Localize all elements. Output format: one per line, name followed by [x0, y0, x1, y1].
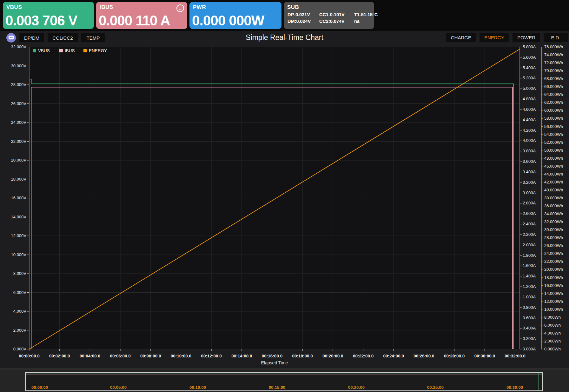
svg-text:5.600A: 5.600A	[523, 55, 536, 60]
sub-label: SUB	[287, 4, 299, 10]
ibus-value: 0.000 110 A	[99, 13, 170, 29]
svg-text:70.000Wh: 70.000Wh	[544, 68, 563, 73]
svg-text:30.000V: 30.000V	[11, 63, 27, 68]
svg-text:24.000V: 24.000V	[11, 120, 27, 125]
back-arrow-icon[interactable]: ←	[176, 4, 184, 12]
svg-text:20.000Wh: 20.000Wh	[544, 267, 563, 272]
svg-text:00:28:00.0: 00:28:00.0	[444, 354, 465, 358]
svg-text:0.000A: 0.000A	[523, 347, 536, 351]
svg-text:18.000V: 18.000V	[11, 177, 27, 182]
svg-text:32.000Wh: 32.000Wh	[544, 219, 563, 224]
tab-temp[interactable]: TEMP	[81, 33, 105, 42]
svg-text:8.000Wh: 8.000Wh	[544, 315, 561, 320]
minimap-ibus-trace	[26, 375, 542, 375]
ibus-label: IBUS	[100, 4, 113, 10]
svg-text:60.000Wh: 60.000Wh	[544, 108, 563, 113]
ibus-panel: IBUS ← 0.000 110 A	[96, 2, 187, 29]
svg-text:3.000A: 3.000A	[523, 190, 536, 195]
svg-text:64.000Wh: 64.000Wh	[544, 92, 563, 97]
tab-ed[interactable]: E.D.	[544, 33, 568, 42]
svg-text:4.000A: 4.000A	[523, 138, 536, 143]
svg-text:40.000Wh: 40.000Wh	[544, 188, 563, 192]
sub-dp: DP:0.021V	[288, 12, 319, 17]
svg-text:0.200A: 0.200A	[523, 336, 536, 341]
tab-energy[interactable]: ENERGY	[480, 33, 509, 42]
svg-text:1.200A: 1.200A	[523, 284, 536, 289]
svg-text:2.000V: 2.000V	[13, 328, 27, 333]
tab-cc1cc2[interactable]: CC1/CC2	[48, 33, 77, 42]
svg-text:18.000Wh: 18.000Wh	[544, 275, 563, 280]
svg-text:30.000Wh: 30.000Wh	[544, 227, 563, 232]
svg-text:VBUS: VBUS	[38, 48, 50, 53]
svg-text:1.600A: 1.600A	[523, 263, 536, 268]
pwr-label: PWR	[193, 4, 206, 10]
pwr-value: 0.000 000W	[192, 13, 264, 29]
tab-dpdm[interactable]: DP/DM	[19, 33, 44, 42]
svg-text:2.200A: 2.200A	[523, 232, 536, 237]
svg-text:56.000Wh: 56.000Wh	[544, 124, 563, 129]
svg-text:00:18:00.0: 00:18:00.0	[292, 354, 313, 358]
svg-text:3.200A: 3.200A	[523, 180, 536, 185]
sub-cc2: CC2:0.074V	[319, 19, 354, 24]
tab-power[interactable]: POWER	[513, 33, 540, 42]
minimap-time-label: 00:30:00	[506, 385, 523, 390]
svg-text:22.000V: 22.000V	[11, 139, 27, 144]
chart-canvas[interactable]: 32.000V30.000V28.000V26.000V24.000V22.00…	[0, 44, 569, 368]
svg-text:ENERGY: ENERGY	[89, 48, 107, 53]
sub-panel: SUB DP:0.021V CC1:0.101V T1:51.15°C DM:0…	[284, 2, 374, 29]
svg-text:76.000Wh: 76.000Wh	[544, 44, 563, 49]
minimap-time-label: 00:10:00	[189, 385, 206, 390]
svg-text:74.000Wh: 74.000Wh	[544, 52, 563, 57]
svg-text:36.000Wh: 36.000Wh	[544, 203, 563, 208]
svg-text:1.800A: 1.800A	[523, 253, 536, 258]
svg-text:5.200A: 5.200A	[523, 76, 536, 80]
svg-text:00:02:00.0: 00:02:00.0	[49, 354, 70, 358]
svg-text:1.000A: 1.000A	[523, 295, 536, 299]
svg-text:3.600A: 3.600A	[523, 159, 536, 164]
svg-text:00:26:00.0: 00:26:00.0	[414, 354, 434, 358]
svg-text:12.000V: 12.000V	[11, 233, 27, 238]
chart-app-icon[interactable]	[6, 33, 16, 43]
realtime-chart[interactable]: 32.000V30.000V28.000V26.000V24.000V22.00…	[0, 44, 569, 368]
svg-text:0.400A: 0.400A	[523, 326, 536, 330]
svg-text:42.000Wh: 42.000Wh	[544, 180, 563, 184]
svg-text:00:16:00.0: 00:16:00.0	[262, 354, 282, 358]
svg-text:2.000A: 2.000A	[523, 243, 536, 247]
toolbar: DP/DM CC1/CC2 TEMP Simple Real-Time Char…	[0, 31, 569, 44]
svg-text:0.800A: 0.800A	[523, 305, 536, 310]
svg-text:6.000V: 6.000V	[13, 290, 27, 295]
svg-text:4.200A: 4.200A	[523, 128, 536, 133]
svg-text:00:10:00.0: 00:10:00.0	[171, 354, 191, 358]
tab-charge[interactable]: CHARGE	[446, 33, 476, 42]
svg-text:48.000Wh: 48.000Wh	[544, 156, 563, 161]
svg-text:26.000Wh: 26.000Wh	[544, 243, 563, 248]
svg-text:52.000Wh: 52.000Wh	[544, 140, 563, 145]
svg-text:50.000Wh: 50.000Wh	[544, 148, 563, 153]
minimap-vbus-trace	[26, 374, 542, 374]
sub-dm: DM:0.024V	[288, 19, 319, 24]
sub-t2: na	[354, 19, 383, 24]
svg-text:4.600A: 4.600A	[523, 107, 536, 112]
svg-text:2.600A: 2.600A	[523, 211, 536, 216]
svg-text:0.000V: 0.000V	[13, 347, 27, 351]
svg-text:00:06:00.0: 00:06:00.0	[110, 354, 130, 358]
svg-text:2.800A: 2.800A	[523, 201, 536, 205]
svg-text:2.400A: 2.400A	[523, 222, 536, 226]
svg-text:5.000A: 5.000A	[523, 86, 536, 91]
svg-text:16.000Wh: 16.000Wh	[544, 283, 563, 288]
svg-text:28.000Wh: 28.000Wh	[544, 235, 563, 240]
svg-text:16.000V: 16.000V	[11, 196, 27, 200]
sub-cc1: CC1:0.101V	[319, 12, 354, 17]
svg-text:3.400A: 3.400A	[523, 169, 536, 174]
svg-text:2.000Wh: 2.000Wh	[544, 339, 561, 343]
svg-text:4.400A: 4.400A	[523, 117, 536, 122]
svg-text:00:24:00.0: 00:24:00.0	[383, 354, 404, 358]
svg-text:00:00:00.0: 00:00:00.0	[19, 354, 39, 358]
svg-text:00:22:00.0: 00:22:00.0	[353, 354, 374, 358]
minimap-cursor[interactable]	[539, 373, 539, 390]
svg-text:14.000V: 14.000V	[11, 215, 27, 219]
svg-text:00:12:00.0: 00:12:00.0	[201, 354, 222, 358]
timeline-minimap[interactable]: 00:00:0000:05:0000:10:0000:15:0000:20:00…	[25, 372, 543, 391]
minimap-band: 00:00:0000:05:0000:10:0000:15:0000:20:00…	[0, 368, 569, 392]
vbus-value: 0.003 706 V	[5, 13, 77, 29]
